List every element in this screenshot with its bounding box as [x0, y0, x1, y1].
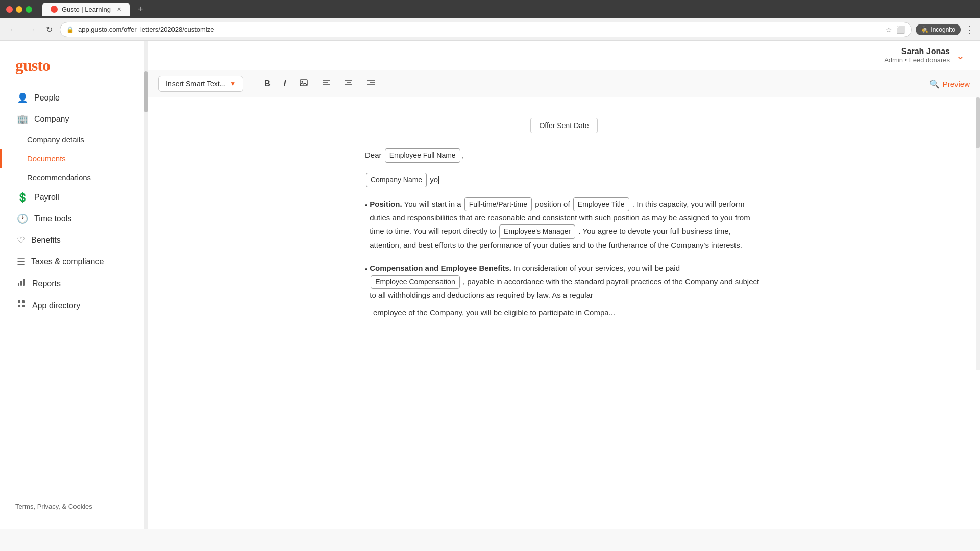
sidebar-item-documents[interactable]: Documents	[0, 149, 148, 168]
sep1: ,	[33, 503, 37, 510]
back-btn[interactable]: ←	[6, 23, 20, 36]
offer-sent-date-chip[interactable]: Offer Sent Date	[530, 118, 597, 133]
window-close-btn[interactable]	[6, 6, 13, 13]
reports-icon	[17, 278, 26, 289]
payroll-icon: 💲	[17, 192, 28, 203]
sidebar-item-time-tools[interactable]: 🕐 Time tools	[0, 208, 148, 230]
new-tab-btn[interactable]: +	[138, 4, 143, 15]
sidebar-item-reports[interactable]: Reports	[0, 272, 148, 294]
sidebar-scrollbar[interactable]	[144, 41, 148, 529]
editor-area[interactable]: Offer Sent Date Dear Employee Full Name,…	[148, 97, 980, 529]
svg-rect-6	[22, 305, 24, 307]
sidebar-label-reports: Reports	[32, 279, 61, 288]
smart-text-chevron-icon: ▼	[230, 80, 236, 87]
align-center-btn[interactable]	[340, 77, 357, 91]
browser-more-btn[interactable]: ⋮	[965, 24, 974, 35]
user-menu-btn[interactable]: ⌄	[956, 49, 965, 62]
sidebar-footer: Terms, Privacy, & Cookies	[0, 494, 148, 518]
sidebar-label-taxes: Taxes & compliance	[31, 257, 104, 266]
window-max-btn[interactable]	[26, 6, 32, 13]
company-name-chip[interactable]: Company Name	[366, 173, 427, 187]
fulltime-parttime-chip[interactable]: Full-time/Part-time	[464, 197, 532, 212]
sidebar-label-payroll: Payroll	[34, 193, 59, 202]
svg-rect-2	[23, 279, 24, 286]
compensation-section: • Compensation and Employee Benefits. In…	[365, 262, 763, 319]
employee-compensation-chip[interactable]: Employee Compensation	[371, 275, 459, 289]
smart-text-btn[interactable]: Insert Smart Text... ▼	[158, 76, 243, 92]
user-role: Admin • Feed donares	[884, 56, 950, 64]
reload-btn[interactable]: ↻	[43, 22, 56, 36]
employee-title-chip[interactable]: Employee Title	[573, 197, 629, 212]
svg-rect-4	[22, 300, 24, 303]
company-icon: 🏢	[17, 114, 28, 125]
bullet-dot-compensation: •	[365, 263, 368, 302]
editor-toolbar: Insert Smart Text... ▼ B I	[148, 70, 980, 97]
sidebar-label-recommendations: Recommendations	[27, 173, 91, 182]
time-icon: 🕐	[17, 213, 28, 224]
align-left-btn[interactable]	[317, 77, 335, 91]
dear-text: Dear	[365, 151, 382, 159]
sidebar-item-taxes[interactable]: ☰ Taxes & compliance	[0, 251, 148, 272]
window-min-btn[interactable]	[16, 6, 22, 13]
main-content: Sarah Jonas Admin • Feed donares ⌄ Inser…	[148, 41, 980, 529]
search-icon: 🔍	[929, 79, 940, 89]
address-bar[interactable]: 🔒 app.gusto.com/offer_letters/202028/cus…	[60, 22, 912, 37]
text-cursor	[438, 176, 439, 184]
svg-point-8	[302, 81, 303, 83]
taxes-icon: ☰	[17, 256, 25, 267]
url-text: app.gusto.com/offer_letters/202028/custo…	[78, 26, 881, 33]
employees-manager-chip[interactable]: Employee's Manager	[499, 224, 575, 239]
compensation-bullet: • Compensation and Employee Benefits. In…	[365, 262, 763, 302]
incognito-btn[interactable]: 🕵 Incognito	[916, 24, 961, 35]
sidebar-label-benefits: Benefits	[31, 236, 61, 245]
svg-rect-1	[20, 281, 22, 286]
forward-btn[interactable]: →	[24, 23, 39, 36]
browser-tab-active[interactable]: Gusto | Learning ✕	[42, 3, 130, 16]
incognito-label: Incognito	[930, 26, 955, 33]
sidebar-item-benefits[interactable]: ♡ Benefits	[0, 230, 148, 251]
sidebar-label-documents: Documents	[27, 154, 66, 163]
svg-rect-5	[18, 305, 20, 307]
company-line: Company Name yo	[365, 173, 763, 187]
company-text-after: yo	[430, 175, 438, 184]
sidebar-scroll-thumb	[144, 71, 148, 112]
sidebar-label-company: Company	[34, 115, 69, 124]
position-bullet: • Position. You will start in a Full-tim…	[365, 197, 763, 252]
cookies-link[interactable]: Cookies	[68, 503, 92, 510]
sidebar-item-app-directory[interactable]: App directory	[0, 294, 148, 316]
position-label: Position.	[370, 199, 402, 208]
image-btn[interactable]	[295, 76, 312, 91]
position-text1: You will start in a	[404, 199, 461, 208]
sidebar-item-payroll[interactable]: 💲 Payroll	[0, 187, 148, 208]
tab-title: Gusto | Learning	[62, 6, 111, 13]
align-right-btn[interactable]	[362, 77, 380, 91]
svg-rect-0	[18, 283, 19, 286]
svg-rect-7	[300, 80, 307, 86]
sidebar-item-company-details[interactable]: Company details	[0, 130, 148, 149]
preview-btn[interactable]: 🔍 Preview	[929, 79, 970, 89]
sidebar-label-people: People	[34, 93, 60, 103]
italic-icon: I	[284, 79, 286, 88]
editor-scroll-thumb	[976, 97, 980, 148]
terms-link[interactable]: Terms	[15, 503, 33, 510]
compensation-label: Compensation and Employee Benefits.	[370, 264, 511, 272]
sidebar-label-app-directory: App directory	[32, 301, 80, 310]
sidebar-item-recommendations[interactable]: Recommendations	[0, 168, 148, 187]
sidebar-item-company[interactable]: 🏢 Company	[0, 109, 148, 130]
logo-area: gusto	[0, 51, 148, 87]
sidebar-item-people[interactable]: 👤 People	[0, 87, 148, 109]
bold-icon: B	[264, 79, 271, 88]
employee-full-name-chip[interactable]: Employee Full Name	[385, 148, 460, 163]
svg-rect-3	[18, 300, 20, 303]
smart-text-label: Insert Smart Text...	[166, 80, 226, 88]
people-icon: 👤	[17, 92, 28, 104]
bullet-dot-position: •	[365, 198, 368, 252]
compensation-continuation: employee of the Company, you will be eli…	[365, 306, 763, 319]
dear-comma: ,	[461, 151, 463, 159]
editor-scrollbar[interactable]	[976, 97, 980, 370]
italic-btn[interactable]: I	[280, 77, 290, 90]
tab-close-btn[interactable]: ✕	[117, 6, 121, 13]
bold-btn[interactable]: B	[260, 77, 275, 90]
privacy-link[interactable]: Privacy	[37, 503, 59, 510]
align-center-icon	[344, 80, 353, 88]
